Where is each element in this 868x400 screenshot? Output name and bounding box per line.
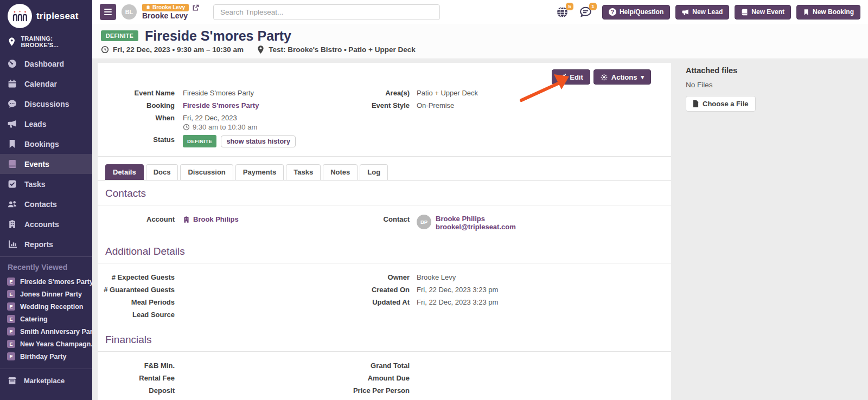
sidebar-location-switcher[interactable]: TRAINING: BROOKE'S... (0, 30, 92, 54)
amount-due-value (417, 373, 671, 383)
recently-viewed-item[interactable]: E Wedding Reception (0, 300, 92, 313)
sidebar-item-contacts[interactable]: Contacts (0, 194, 92, 214)
new-lead-button[interactable]: New Lead (675, 5, 729, 20)
attached-files-rail: Attached files No Files Choose a File (671, 59, 868, 400)
sidebar-item-bookings[interactable]: Bookings (0, 134, 92, 154)
messages[interactable]: 1 (579, 5, 592, 19)
account-label: Account (98, 215, 175, 224)
recently-viewed-item[interactable]: E Birthday Party (0, 350, 92, 363)
sidebar-item-dashboard[interactable]: Dashboard (0, 54, 92, 74)
tab-docs[interactable]: Docs (146, 164, 178, 180)
user-block: Brooke Levy Brooke Levy (142, 4, 199, 20)
sidebar-item-reports[interactable]: Reports (0, 234, 92, 254)
event-type-badge: E (7, 278, 15, 286)
tab-details[interactable]: Details (105, 164, 144, 180)
sidebar-item-tasks[interactable]: Tasks (0, 174, 92, 194)
show-status-history-button[interactable]: show status history (221, 136, 295, 147)
marketplace-label: Marketplace (24, 377, 65, 385)
caret-down-icon: ▾ (641, 74, 644, 80)
recently-viewed-item[interactable]: E Jones Dinner Party (0, 288, 92, 300)
search-input[interactable] (213, 4, 440, 20)
recently-viewed-item[interactable]: E Smith Anniversary Party (0, 325, 92, 338)
file-icon (693, 100, 699, 107)
sidebar-item-accounts[interactable]: Accounts (0, 214, 92, 234)
sidebar-item-label: Events (24, 160, 49, 169)
attached-files-title: Attached files (686, 66, 868, 75)
tripleseat-logo[interactable]: tripleseat (0, 0, 92, 30)
tab-payments[interactable]: Payments (235, 164, 284, 180)
sidebar-item-leads[interactable]: Leads (0, 114, 92, 134)
status-badge: DEFINITE (101, 30, 138, 41)
recently-viewed-item[interactable]: E Fireside S'mores Party (0, 275, 92, 288)
contact-label: Contact (336, 215, 410, 231)
booking-label: Booking (98, 101, 175, 110)
notifications-globe[interactable]: 5 (556, 5, 569, 19)
sidebar-item-label: Leads (24, 120, 46, 128)
additional-details-section-title: Additional Details (98, 238, 671, 263)
tab-tasks[interactable]: Tasks (286, 164, 321, 180)
recently-viewed-item[interactable]: E Catering (0, 313, 92, 325)
sidebar-item-calendar[interactable]: Calendar (0, 74, 92, 94)
building-icon (183, 216, 190, 223)
bookmark-icon (8, 139, 17, 149)
owner-label: Owner (336, 273, 410, 282)
calendar-icon (8, 79, 17, 88)
event-type-badge: E (7, 302, 15, 311)
when-date: Fri, 22 Dec, 2023 (183, 113, 336, 122)
megaphone-icon (8, 119, 17, 128)
tab-discussion[interactable]: Discussion (180, 164, 233, 180)
globe-notification-badge: 5 (566, 3, 573, 10)
user-avatar[interactable]: BL (122, 4, 137, 20)
choose-file-button[interactable]: Choose a File (686, 96, 756, 112)
sidebar-item-label: Calendar (24, 80, 57, 88)
chat-notification-badge: 1 (589, 3, 597, 10)
sidebar-item-label: Bookings (24, 140, 59, 149)
sidebar-item-discussions[interactable]: Discussions (0, 94, 92, 114)
lead-source-label: Lead Source (98, 310, 175, 319)
dashboard-icon (8, 59, 17, 68)
contact-name-link[interactable]: Brooke Philips (436, 215, 516, 223)
recently-viewed-section: Recently Viewed E Fireside S'mores Party… (0, 256, 92, 363)
guaranteed-guests-label: # Guaranteed Guests (98, 285, 175, 294)
location-pin-icon (9, 37, 15, 46)
new-event-button[interactable]: New Event (735, 5, 791, 20)
storefront-icon (8, 376, 17, 385)
tab-notes[interactable]: Notes (323, 164, 358, 180)
areas-label: Area(s) (336, 88, 410, 98)
booking-link[interactable]: Fireside S'mores Party (183, 101, 259, 109)
rental-fee-label: Rental Fee (98, 373, 175, 383)
sidebar-item-events[interactable]: Events (0, 154, 92, 174)
recently-viewed-label: Birthday Party (20, 353, 66, 360)
question-icon: ? (609, 8, 616, 16)
user-name[interactable]: Brooke Levy (142, 11, 199, 20)
amount-due-label: Amount Due (336, 373, 410, 383)
edit-button[interactable]: Edit (552, 69, 590, 85)
sidebar-item-marketplace[interactable]: Marketplace (0, 369, 92, 392)
expected-guests-value (183, 273, 336, 282)
recently-viewed-label: Fireside S'mores Party (20, 278, 93, 286)
discussions-icon (8, 99, 17, 108)
actions-button[interactable]: Actions ▾ (593, 69, 651, 85)
deposit-value (183, 386, 336, 395)
meal-periods-value (183, 298, 336, 307)
recently-viewed-item[interactable]: E New Years Champagn... (0, 338, 92, 350)
check-square-icon (8, 179, 17, 189)
sidebar-item-label: Accounts (24, 220, 59, 229)
tab-log[interactable]: Log (360, 164, 388, 180)
areas-value: Patio + Upper Deck (417, 88, 564, 98)
event-name-value: Fireside S'mores Party (183, 88, 336, 98)
venue-badge[interactable]: Brooke Levy (142, 4, 189, 11)
help-question-button[interactable]: ? Help/Question (602, 5, 670, 20)
external-link-icon[interactable] (192, 4, 199, 11)
new-event-label: New Event (751, 8, 784, 16)
venue-badge-label: Brooke Levy (152, 4, 185, 10)
account-link[interactable]: Brook Philips (193, 215, 239, 224)
updated-at-label: Updated At (336, 298, 410, 307)
event-type-badge: E (7, 290, 15, 298)
price-per-person-value (417, 386, 671, 395)
menu-button[interactable] (100, 4, 116, 20)
event-detail-panel: Edit Actions ▾ Event Name Fireside S'mor… (98, 63, 671, 400)
sidebar-item-label: Tasks (24, 180, 46, 189)
new-booking-button[interactable]: New Booking (796, 5, 860, 20)
contact-email-link[interactable]: brookel@tripleseat.com (436, 223, 516, 231)
